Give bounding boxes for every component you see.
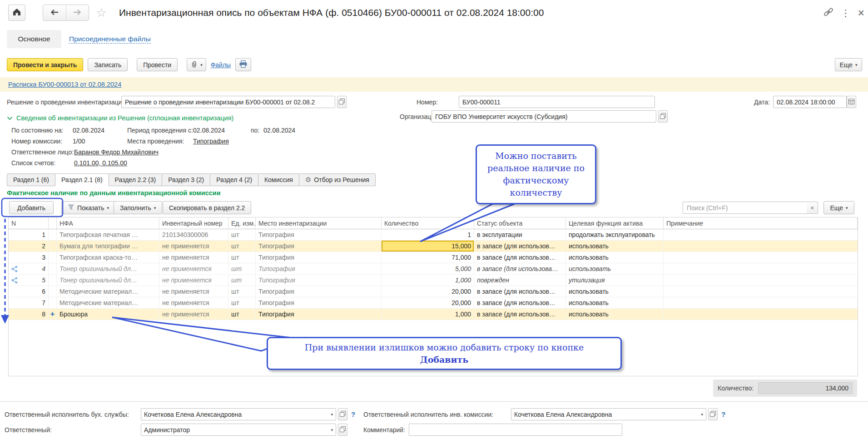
search-clear-button[interactable]: × — [807, 202, 818, 214]
cell-status: в эксплуатации — [474, 229, 566, 240]
section-tab-1[interactable]: Раздел 1 (6) — [7, 173, 55, 186]
filter-funnel-icon — [68, 204, 74, 212]
grid-more-button[interactable]: Еще▾ — [823, 201, 854, 214]
organization-input[interactable]: ГОБУ ВПО Университет искусств (Субсидия) — [432, 110, 656, 123]
table-row[interactable]: 2Бумага для типографии …не применяетсяшт… — [9, 241, 858, 252]
date-input[interactable]: 02.08.2024 18:00:00 — [773, 96, 847, 108]
close-icon[interactable]: × — [858, 6, 864, 20]
table-row[interactable]: 5Тонер оригинальный дл…не применяетсяштТ… — [9, 275, 858, 286]
accountant-executor-open-button[interactable] — [338, 408, 347, 420]
section-tab-label: Комиссия — [264, 176, 293, 183]
cell-qty-highlighted[interactable]: 15,000 — [382, 241, 474, 252]
table-row[interactable]: 4Тонер оригинальный дл…не применяетсяштТ… — [9, 263, 858, 275]
cell-place: Типография — [256, 309, 382, 320]
cell-place: Типография — [256, 297, 382, 308]
cell-func: использовать — [566, 241, 664, 252]
write-button[interactable]: Записать — [88, 58, 128, 71]
inventory-document-window: ☆ Инвентаризационная опись по объектам Н… — [0, 0, 868, 439]
receipt-link[interactable]: Расписка БУ00-000013 от 02.08.2024 — [8, 81, 121, 88]
cell-inv: не применяется — [159, 286, 228, 297]
commission-executor-combo[interactable]: Кочеткова Елена Александровна▾ — [511, 408, 706, 420]
comment-label: Комментарий: — [363, 426, 405, 434]
number-input[interactable]: БУ00-000011 — [459, 96, 655, 108]
section-tab-6[interactable]: Комиссия — [258, 173, 299, 186]
table-row[interactable]: 6Методические материал…не применяетсяштТ… — [9, 286, 858, 297]
receipt-band: Расписка БУ00-000013 от 02.08.2024 — [0, 77, 868, 92]
cell-status: в запасе (для использов… — [474, 286, 566, 297]
cell-status: в запасе (для использова… — [474, 263, 566, 274]
cell-qty: 1,000 — [382, 309, 474, 320]
column-header-func[interactable]: Целевая функция актива — [566, 217, 664, 229]
table-row[interactable]: 8+Брошюране применяетсяштТипография1,000… — [9, 309, 858, 320]
print-button[interactable] — [235, 58, 251, 71]
column-header-qty[interactable]: Количество — [382, 217, 474, 229]
decision-input[interactable]: Решение о проведении инвентаризации БУ00… — [121, 96, 335, 108]
column-header-inv[interactable]: Инвентарный номер — [159, 217, 228, 229]
help-icon[interactable]: ? — [721, 410, 725, 418]
form-more-button[interactable]: Еще▾ — [835, 58, 862, 71]
column-header-nfa[interactable]: НФА — [57, 217, 159, 229]
table-row[interactable]: 7Методические материал…не применяетсяштТ… — [9, 297, 858, 309]
copy-to-section-button[interactable]: Скопировать в раздел 2.2 — [163, 201, 251, 214]
column-header-status[interactable]: Статус объекта — [474, 217, 566, 229]
decision-open-button[interactable] — [337, 96, 347, 108]
accountant-executor-combo[interactable]: Кочеткова Елена Александровна▾ — [141, 408, 336, 420]
home-button[interactable] — [8, 5, 25, 21]
cell-inv: не применяется — [159, 275, 228, 286]
column-header-place[interactable]: Место инвентаризации — [256, 217, 382, 229]
add-row-button[interactable]: Добавить — [9, 201, 54, 214]
organization-open-button[interactable] — [658, 110, 668, 123]
cell-nfa: Типографская краска-то… — [57, 252, 159, 263]
help-icon[interactable]: ? — [351, 410, 355, 418]
cell-inv: не применяется — [159, 252, 228, 263]
post-and-close-button[interactable]: Провести и закрыть — [7, 58, 83, 71]
more-menu-icon[interactable]: ⋮ — [841, 8, 850, 19]
accountant-executor-label: Ответственный исполнитель бух. службы: — [5, 411, 129, 418]
favorite-star-icon[interactable]: ☆ — [96, 5, 107, 20]
comment-input[interactable] — [409, 424, 622, 436]
section-tab-7[interactable]: ⚙Отбор из Решения — [299, 173, 376, 186]
post-button[interactable]: Провести — [137, 58, 178, 71]
accounts-label: Список счетов: — [11, 159, 55, 167]
back-button[interactable] — [43, 5, 66, 20]
tab-attached-files[interactable]: Присоединенные файлы — [69, 35, 151, 44]
fill-button[interactable]: Заполнить▾ — [114, 201, 162, 214]
column-header-mini[interactable] — [49, 217, 57, 229]
column-header-note[interactable]: Примечание — [664, 217, 858, 229]
section-tab-3[interactable]: Раздел 2.2 (3) — [109, 173, 163, 186]
files-link[interactable]: Файлы — [211, 61, 231, 69]
attachments-button[interactable]: ▾ — [187, 58, 206, 71]
cell-func: продолжать эксплуатировать — [566, 229, 664, 240]
cell-row-marker — [49, 297, 57, 308]
get-link-icon[interactable] — [823, 7, 833, 19]
column-header-n[interactable]: N — [9, 217, 49, 229]
cell-status: в запасе (для использов… — [474, 252, 566, 263]
responsible-open-button[interactable] — [338, 424, 347, 436]
responsible-label: Ответственный: — [5, 426, 52, 434]
cell-inv: не применяется — [159, 297, 228, 308]
table-row[interactable]: 3Типографская краска-то…не применяетсяшт… — [9, 252, 858, 263]
related-document-icon — [11, 276, 18, 286]
table-row[interactable]: 1Типографская печатная …2101340300006штТ… — [9, 229, 858, 241]
chevron-down-icon: ▾ — [200, 63, 203, 67]
home-icon — [12, 8, 21, 18]
show-button[interactable]: Показать▾ — [61, 201, 115, 214]
cell-inv: 2101340300006 — [159, 229, 228, 240]
section-tab-2[interactable]: Раздел 2.1 (8) — [55, 173, 109, 186]
info-section-header[interactable]: Сведения об инвентаризации из Решения (с… — [7, 114, 233, 122]
section-tab-5[interactable]: Раздел 4 (2) — [210, 173, 258, 186]
cell-unit: шт — [228, 229, 256, 240]
cell-note — [664, 241, 858, 252]
date-calendar-button[interactable] — [847, 96, 856, 108]
forward-button[interactable] — [66, 5, 89, 20]
places-link[interactable]: Типография — [193, 138, 229, 145]
column-header-unit[interactable]: Ед. изм. — [228, 217, 256, 229]
section-tab-4[interactable]: Раздел 3 (2) — [162, 173, 210, 186]
cell-n: 3 — [9, 252, 49, 263]
search-input[interactable]: Поиск (Ctrl+F) — [683, 202, 807, 214]
tab-main[interactable]: Основное — [7, 30, 61, 48]
accounts-link[interactable]: 0.101.00, 0.105.00 — [74, 159, 127, 167]
responsible-combo[interactable]: Администратор▾ — [141, 424, 336, 436]
responsible-person-link[interactable]: Баранов Федор Михайлович — [74, 148, 159, 156]
commission-executor-open-button[interactable] — [708, 408, 718, 420]
